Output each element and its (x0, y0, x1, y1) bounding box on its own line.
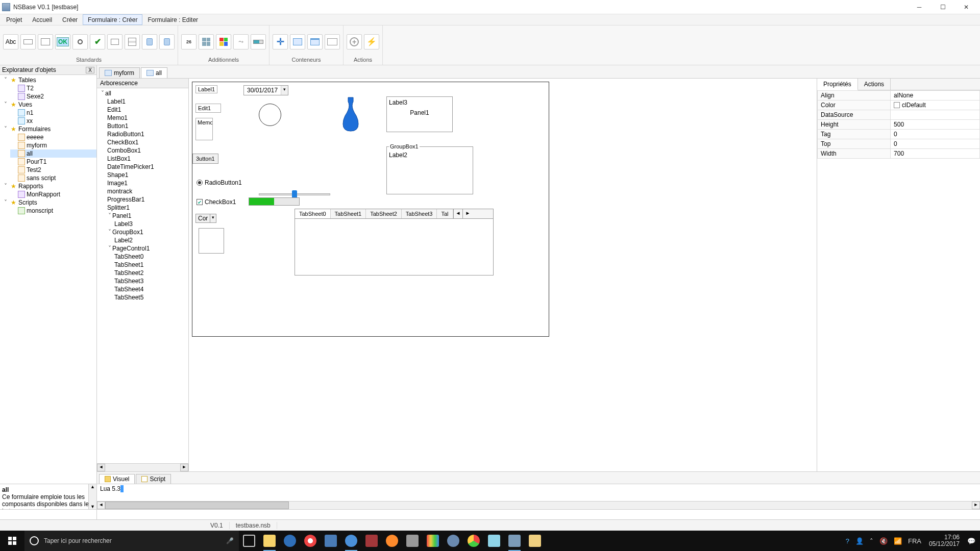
arbo-item[interactable]: TabSheet3 (113, 277, 188, 285)
task-firefox[interactable] (382, 531, 402, 551)
tray-network-icon[interactable]: 📶 (892, 537, 903, 545)
task-chrome2[interactable] (463, 531, 484, 551)
task-access[interactable] (361, 531, 382, 551)
task-view[interactable] (239, 531, 259, 551)
tool-label[interactable]: Abc (3, 34, 18, 49)
arbo-item[interactable]: TabSheet2 (113, 269, 188, 277)
design-datetimepicker1[interactable]: 30/01/2017▾ (243, 85, 288, 95)
properties-grid[interactable]: AlignalNone ColorclDefault DataSource He… (817, 90, 980, 159)
prop-value[interactable]: 0 (891, 139, 980, 149)
menu-projet[interactable]: Projet (1, 14, 27, 25)
design-combobox1[interactable]: Cor▾ (195, 214, 216, 223)
tray-lang[interactable]: FRA (906, 537, 923, 545)
task-nsbase[interactable] (504, 531, 525, 551)
design-groupbox1[interactable]: GroupBox1 Label2 (386, 143, 473, 194)
arbo-panel1[interactable]: ˅Panel1 (106, 212, 188, 220)
menu-formulaire-editer[interactable]: Formulaire : Editer (142, 14, 203, 25)
task-chrome[interactable] (300, 531, 321, 551)
tabs-next[interactable]: ► (462, 209, 472, 218)
tool-radiobutton[interactable] (72, 34, 88, 49)
tree-scripts[interactable]: ˅★Scripts (2, 198, 96, 207)
design-label1[interactable]: Label1 (195, 85, 217, 93)
tool-memo[interactable] (38, 34, 53, 49)
design-checkbox1[interactable]: ✔CheckBox1 (197, 198, 236, 206)
tree-item[interactable]: Sexe2 (10, 92, 96, 101)
tree-item[interactable]: Test2 (10, 166, 96, 174)
arbo-item[interactable]: Splitter1 (106, 204, 188, 212)
tree-tables[interactable]: ˅★Tables (2, 76, 96, 84)
task-app1[interactable] (280, 531, 300, 551)
tray-up-icon[interactable]: ˄ (868, 537, 875, 545)
tool-listbox[interactable] (125, 34, 140, 49)
tool-edit[interactable] (20, 34, 36, 49)
arbo-hscroll[interactable]: ◄► (97, 463, 188, 471)
tray-clock[interactable]: 17:06 05/12/2017 (926, 534, 963, 547)
arbo-item[interactable]: ComboBox1 (106, 146, 188, 155)
design-label2[interactable]: Label2 (389, 152, 471, 159)
taskbar-search[interactable]: Taper ici pour rechercher 🎤 (24, 531, 239, 551)
tree-item[interactable]: sans script (10, 174, 96, 182)
design-edit1[interactable]: Edit1 (195, 104, 221, 113)
dropdown-icon[interactable]: ▾ (281, 86, 288, 95)
tree-item[interactable]: myform (10, 141, 96, 149)
tool-add-action[interactable]: + (347, 34, 362, 49)
arbo-item[interactable]: Shape1 (106, 171, 188, 179)
design-memo1[interactable]: Memo (195, 118, 213, 140)
arbo-tree[interactable]: ˅all Label1 Edit1 Memo1 Button1 RadioBut… (97, 88, 188, 463)
arbo-item[interactable]: RadioButton1 (106, 130, 188, 138)
prop-value[interactable]: 700 (891, 149, 980, 159)
task-paint[interactable] (525, 531, 545, 551)
console-hscroll[interactable]: ◄► (97, 501, 980, 509)
task-gear[interactable] (443, 531, 463, 551)
design-tab[interactable]: TabSheet0 (295, 209, 331, 218)
design-canvas[interactable]: Label1 30/01/2017▾ Edit1 Memo Label3 Pan… (192, 82, 549, 337)
mic-icon[interactable]: 🎤 (226, 537, 234, 544)
prop-tab-actions[interactable]: Actions (858, 79, 891, 90)
arbo-item[interactable]: ProgressBar1 (106, 195, 188, 204)
arbo-item[interactable]: TabSheet1 (113, 261, 188, 269)
arbo-item[interactable]: Edit1 (106, 106, 188, 114)
arbo-item[interactable]: TabSheet4 (113, 285, 188, 293)
tree-item-selected[interactable]: all (10, 149, 96, 158)
design-tab[interactable]: Tal (437, 209, 453, 218)
prop-tab-proprietes[interactable]: Propriétés (817, 79, 858, 90)
design-progressbar1[interactable] (249, 197, 300, 206)
design-tab[interactable]: TabSheet2 (366, 209, 402, 218)
command-input[interactable] (97, 510, 980, 519)
arbo-item[interactable]: Memo1 (106, 114, 188, 122)
objexp-tree[interactable]: ˅★Tables T2 Sexe2 ˅★Vues n1 xx ˅★Formula… (0, 75, 96, 484)
design-label3[interactable]: Label3 (389, 99, 450, 106)
prop-value[interactable]: clDefault (891, 101, 980, 110)
tool-groupbox[interactable] (307, 34, 323, 49)
arbo-item[interactable]: TabSheet5 (113, 293, 188, 302)
task-app3[interactable] (341, 531, 361, 551)
tray-volume-icon[interactable]: 🔇 (878, 537, 889, 545)
task-db[interactable] (402, 531, 423, 551)
tool-chart-line[interactable]: ⤳ (233, 34, 249, 49)
tree-item[interactable]: MonRapport (10, 190, 96, 198)
design-panel1[interactable]: Label3 Panel1 (386, 96, 453, 132)
tool-bolt[interactable]: ⚡ (364, 34, 379, 49)
task-color[interactable] (423, 531, 443, 551)
tabs-prev[interactable]: ◄ (453, 209, 463, 218)
arbo-item[interactable]: Label1 (106, 97, 188, 106)
prop-value[interactable] (891, 110, 980, 120)
arbo-item[interactable]: Label3 (113, 220, 188, 228)
tray-notifications-icon[interactable]: 💬 (966, 537, 977, 545)
menu-accueil[interactable]: Accueil (27, 14, 57, 25)
dropdown-icon[interactable]: ▾ (210, 214, 216, 222)
tool-pagecontrol[interactable] (325, 34, 340, 49)
arbo-item[interactable]: DateTimePicker1 (106, 163, 188, 171)
console-output[interactable]: Lua 5.3 (97, 484, 980, 501)
arbo-groupbox1[interactable]: ˅GroupBox1 (106, 228, 188, 236)
tree-item[interactable]: monscript (10, 207, 96, 215)
desc-scrollbar[interactable]: ▲▼ (88, 484, 96, 509)
tool-colorgrid[interactable] (216, 34, 231, 49)
form-tab-myform[interactable]: myform (99, 67, 140, 78)
design-image1[interactable] (340, 96, 361, 132)
tool-progress[interactable] (251, 34, 266, 49)
arbo-item[interactable]: CheckBox1 (106, 138, 188, 146)
tool-db1[interactable] (142, 34, 157, 49)
design-pagecontrol1[interactable]: TabSheet0 TabSheet1 TabSheet2 TabSheet3 … (295, 209, 494, 276)
tool-grid[interactable] (199, 34, 214, 49)
